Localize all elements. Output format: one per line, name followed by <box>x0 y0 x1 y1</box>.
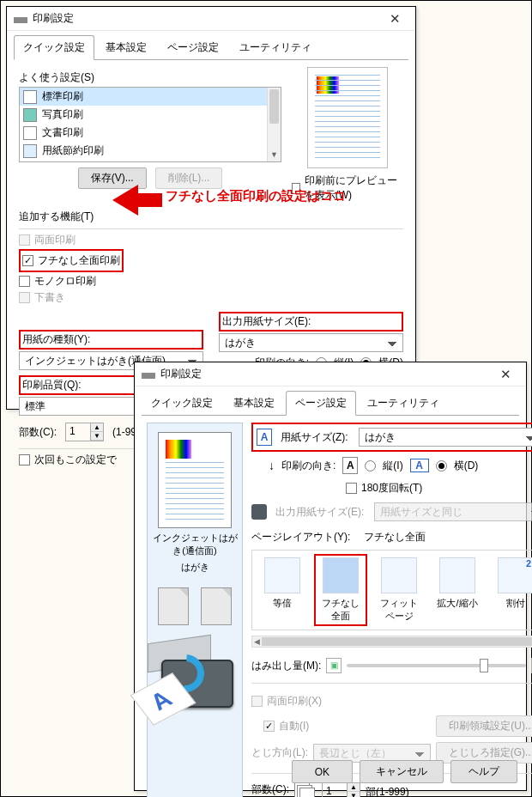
preview-caption: インクジェットはがき(通信面) <box>148 532 242 557</box>
output-size-select[interactable]: はがき <box>219 333 403 352</box>
ok-button[interactable]: OK <box>292 760 353 783</box>
orient-label: 印刷の向き: <box>281 459 336 473</box>
portrait-a-icon: A <box>342 457 358 474</box>
printer-small-icon <box>251 504 267 520</box>
duplex-checkbox: 両面印刷 <box>19 233 403 247</box>
landscape-page-icon[interactable] <box>201 587 232 625</box>
portrait-page-icon[interactable] <box>158 587 189 625</box>
landscape-a-icon: A <box>410 459 429 472</box>
eco-icon <box>23 144 37 158</box>
page-preview <box>158 432 232 528</box>
page-layout-label: ページレイアウト(Y): <box>251 530 350 545</box>
close-icon[interactable]: ✕ <box>488 362 523 386</box>
presets-listbox[interactable]: 標準印刷 写真印刷 文書印刷 用紙節約印刷 封筒印刷 ▲▼ <box>19 87 281 162</box>
list-item: 用紙節約印刷 <box>20 142 281 160</box>
list-item: 写真印刷 <box>20 106 281 124</box>
checkbox-icon <box>263 721 275 732</box>
print-settings-dialog-page: 印刷設定 ✕ クイック設定 基本設定 ページ設定 ユーティリティ インクジェット… <box>134 362 527 791</box>
rainbow-icon <box>166 440 191 459</box>
help-button[interactable]: ヘルプ <box>450 760 517 783</box>
layout-opt-borderless[interactable]: フチなし全面 <box>316 556 366 624</box>
extend-slider[interactable] <box>347 664 526 667</box>
dialog-footer: OK キャンセル ヘルプ <box>292 760 517 783</box>
pages-stack-icon <box>294 782 317 797</box>
close-icon[interactable]: ✕ <box>378 7 412 31</box>
tab-quick[interactable]: クイック設定 <box>14 35 94 60</box>
presets-label: よく使う設定(S) <box>19 71 94 83</box>
checkbox-icon <box>251 696 263 707</box>
auto-checkbox: 自動(I) <box>263 719 309 733</box>
layout-opt-normal[interactable]: 等倍 <box>257 556 307 624</box>
output-size-label: 出力用紙サイズ(E): <box>275 505 364 520</box>
page-layout-current: フチなし全面 <box>364 530 426 545</box>
list-item: 封筒印刷 <box>20 160 281 162</box>
tabs: クイック設定 基本設定 ページ設定 ユーティリティ <box>142 390 519 416</box>
preview-pane: インクジェットはがき(通信面) はがき A <box>147 423 243 797</box>
spinner-up-icon: ▲ <box>91 423 103 432</box>
horizontal-scrollbar[interactable]: ◀▶ <box>251 636 532 648</box>
list-item: 標準印刷 <box>20 88 281 106</box>
draft-checkbox: 下書き <box>19 290 403 305</box>
tab-quick[interactable]: クイック設定 <box>142 391 222 416</box>
checkbox-icon <box>19 276 30 287</box>
copies-spinner[interactable]: 1▲▼ <box>65 423 104 441</box>
checkbox-icon <box>19 454 30 465</box>
paper-size-label: 用紙サイズ(Z): <box>281 430 348 445</box>
borderless-checkbox[interactable]: フチなし全面印刷 <box>22 253 120 268</box>
layout-opt-scale[interactable]: 拡大/縮小 <box>432 556 482 624</box>
checkbox-icon <box>346 483 357 494</box>
page-size-icon: A <box>257 429 272 446</box>
titlebar: 印刷設定 ✕ <box>135 362 526 386</box>
copies-label: 部数(C): <box>251 782 289 797</box>
down-arrow-icon: ↓ <box>269 459 275 472</box>
tab-utility[interactable]: ユーティリティ <box>230 35 321 60</box>
print-settings-dialog-quick: 印刷設定 ✕ クイック設定 基本設定 ページ設定 ユーティリティ よく使う設定(… <box>6 6 416 410</box>
preview-caption2: はがき <box>181 561 209 574</box>
printer-icon <box>142 368 155 381</box>
page-preview <box>307 67 388 168</box>
copies-spinner[interactable]: 1▲▼ <box>322 782 360 797</box>
envelope-icon <box>23 162 37 163</box>
orient-portrait-radio[interactable] <box>365 460 376 472</box>
layout-opt-nup[interactable]: 2割付 <box>491 556 532 624</box>
checkbox-icon <box>19 234 30 246</box>
spinner-up-icon: ▲ <box>348 783 360 792</box>
tab-basic[interactable]: 基本設定 <box>96 35 156 60</box>
tab-basic[interactable]: 基本設定 <box>224 391 284 416</box>
extend-amount-label: はみ出し量(M): <box>251 659 321 673</box>
delete-preset-button: 削除(L)... <box>155 167 223 189</box>
tab-utility[interactable]: ユーティリティ <box>358 391 449 416</box>
scrollbar[interactable]: ▲▼ <box>267 88 281 161</box>
spinner-down-icon: ▼ <box>91 432 103 441</box>
checkbox-icon <box>19 292 30 303</box>
layout-opt-fit[interactable]: フィットページ <box>374 556 424 624</box>
tab-page[interactable]: ページ設定 <box>286 391 356 416</box>
cancel-button[interactable]: キャンセル <box>360 760 444 783</box>
orient-landscape-radio[interactable] <box>436 460 447 472</box>
add-features-label: 追加する機能(T) <box>19 210 94 222</box>
highlight-media-type: 用紙の種類(Y): <box>19 330 203 350</box>
titlebar: 印刷設定 ✕ <box>7 7 415 31</box>
tab-page[interactable]: ページ設定 <box>158 35 228 60</box>
printer-3d-icon: A <box>148 639 242 716</box>
annotation-arrow-text: フチなし全面印刷の設定はココ <box>166 188 346 204</box>
printer-icon <box>14 12 27 26</box>
duplex-checkbox: 両面印刷(X) <box>251 694 322 709</box>
layout-options: 等倍 フチなし全面 フィットページ 拡大/縮小 2割付 <box>251 550 532 630</box>
monochrome-checkbox[interactable]: モノクロ印刷 <box>19 274 403 289</box>
highlight-paper-size: A 用紙サイズ(Z): はがき <box>251 423 532 452</box>
tabs: クイック設定 基本設定 ページ設定 ユーティリティ <box>14 34 408 60</box>
spinner-down-icon: ▼ <box>348 792 360 797</box>
doc-icon <box>23 126 37 140</box>
output-size-select: 用紙サイズと同じ <box>374 502 532 521</box>
highlight-borderless: フチなし全面印刷 <box>19 249 124 272</box>
bind-label: とじ方向(L): <box>251 745 308 760</box>
photo-icon <box>23 108 37 122</box>
rotate-180-checkbox[interactable]: 180度回転(T) <box>346 481 532 496</box>
save-preset-button[interactable]: 保存(V)... <box>78 167 147 189</box>
paper-size-select[interactable]: はがき <box>359 428 532 447</box>
copies-label: 部数(C): <box>19 425 57 440</box>
page-icon <box>23 90 37 104</box>
print-area-button: 印刷領域設定(U)... <box>436 715 532 737</box>
highlight-output-size: 出力用紙サイズ(E): <box>219 312 403 332</box>
